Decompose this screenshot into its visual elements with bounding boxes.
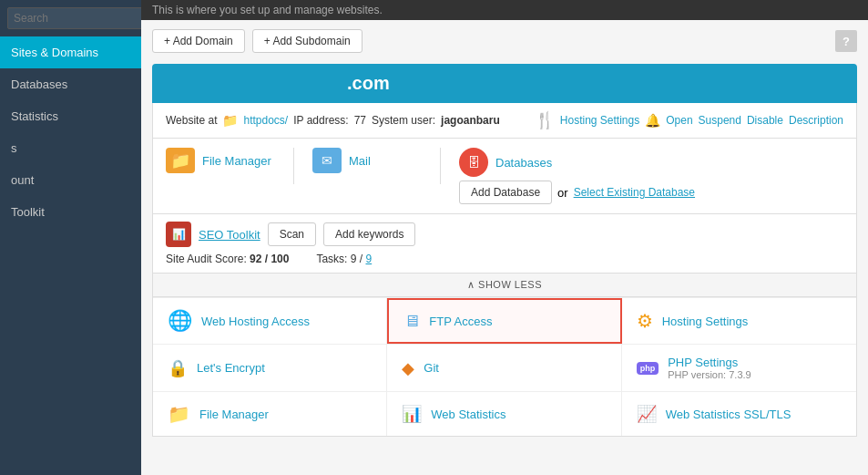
folder-icon: 📁 [166, 148, 195, 173]
mail-link[interactable]: Mail [349, 154, 371, 168]
file-manager-tool[interactable]: 📁 File Manager [166, 148, 275, 173]
main-content: This is where you set up and manage webs… [141, 0, 868, 475]
letsencrypt-link[interactable]: Let's Encrypt [197, 361, 265, 375]
php-version: PHP version: 7.3.9 [668, 369, 751, 380]
httpdocs-link[interactable]: httpdocs/ [243, 114, 288, 127]
action-bar: + Add Domain + Add Subdomain ? [152, 29, 857, 53]
seo-icon: 📊 [166, 222, 191, 247]
statsssl-icon: 📈 [637, 404, 657, 424]
hosting-settings-grid-link[interactable]: Hosting Settings [662, 315, 749, 328]
sidebar-item-databases[interactable]: Databases [0, 68, 141, 100]
git-cell[interactable]: ◆ Git [387, 345, 621, 391]
sidebar-item-sites-domains[interactable]: Sites & Domains [0, 36, 141, 68]
php-settings-cell[interactable]: php PHP Settings PHP version: 7.3.9 [622, 345, 856, 391]
ftp-access-cell[interactable]: 🖥 FTP Access [387, 298, 621, 344]
add-keywords-button[interactable]: Add keywords [323, 222, 415, 246]
ftp-icon: 🖥 [403, 312, 420, 331]
audit-label: Site Audit Score: 92 / 100 [166, 253, 289, 265]
git-icon: ◆ [402, 358, 414, 378]
top-bar: This is where you set up and manage webs… [141, 0, 868, 20]
seo-toolkit-link[interactable]: SEO Toolkit [199, 228, 260, 242]
tasks-label: Tasks: 9 / 9 [316, 253, 372, 265]
git-link[interactable]: Git [424, 361, 439, 375]
add-database-button[interactable]: Add Database [459, 181, 552, 204]
filemanager-icon: 📁 [168, 403, 190, 425]
grid-section: 🌐 Web Hosting Access 🖥 FTP Access ⚙ Host… [152, 297, 857, 437]
disable-link[interactable]: Disable [747, 114, 783, 127]
hosting-settings-cell[interactable]: ⚙ Hosting Settings [622, 298, 856, 344]
db-actions: Add Database or Select Existing Database [459, 181, 695, 204]
seo-score-row: Site Audit Score: 92 / 100 Tasks: 9 / 9 [166, 253, 843, 265]
add-subdomain-button[interactable]: + Add Subdomain [252, 29, 363, 53]
databases-section: 🗄 Databases Add Database or Select Exist… [459, 148, 695, 204]
tasks-link[interactable]: 9 [365, 253, 372, 265]
web-hosting-access-cell[interactable]: 🌐 Web Hosting Access [153, 298, 387, 344]
search-input[interactable] [7, 7, 157, 29]
file-manager-grid-link[interactable]: File Manager [199, 408, 269, 421]
tools-bar: 📁 File Manager ✉ Mail 🗄 Databases Add Da… [152, 139, 857, 214]
web-hosting-access-link[interactable]: Web Hosting Access [201, 315, 310, 328]
tool-divider-2 [440, 148, 441, 184]
stats-icon: 📊 [402, 404, 422, 424]
select-existing-db-link[interactable]: Select Existing Database [574, 186, 695, 199]
mail-tool[interactable]: ✉ Mail [312, 148, 422, 173]
seo-bar: 📊 SEO Toolkit Scan Add keywords Site Aud… [152, 214, 857, 274]
php-icon: php [637, 362, 659, 375]
file-manager-link[interactable]: File Manager [202, 154, 271, 168]
content-area: + Add Domain + Add Subdomain ? .com Webs… [141, 20, 868, 475]
domain-header: .com [152, 64, 857, 103]
sidebar-search-container: 🔍 [0, 0, 141, 36]
php-settings-link[interactable]: PHP Settings [668, 356, 738, 369]
databases-tool[interactable]: 🗄 Databases [459, 148, 568, 177]
sidebar-item-statistics[interactable]: Statistics [0, 100, 141, 132]
grid-row-3: 📁 File Manager 📊 Web Statistics 📈 Web St… [153, 391, 856, 436]
grid-row-1: 🌐 Web Hosting Access 🖥 FTP Access ⚙ Host… [153, 297, 856, 344]
description-link[interactable]: Description [789, 114, 843, 127]
open-link[interactable]: Open [666, 114, 692, 127]
mail-icon: ✉ [312, 148, 342, 173]
suspend-link[interactable]: Suspend [699, 114, 741, 127]
sidebar-item-s[interactable]: s [0, 132, 141, 164]
domain-info-bar: Website at 📁 httpdocs/ IP address: 77 Sy… [152, 103, 857, 139]
sidebar-item-toolkit[interactable]: Toolkit [0, 196, 141, 228]
help-button[interactable]: ? [835, 30, 857, 52]
sidebar-item-ount[interactable]: ount [0, 164, 141, 196]
hosting-settings-link[interactable]: Hosting Settings [560, 114, 639, 127]
file-manager-cell[interactable]: 📁 File Manager [153, 392, 387, 436]
grid-row-2: 🔒 Let's Encrypt ◆ Git php PHP Settings P… [153, 344, 856, 391]
letsencrypt-icon: 🔒 [168, 358, 188, 378]
hosting-settings-icon: ⚙ [637, 310, 653, 332]
scan-button[interactable]: Scan [268, 222, 316, 246]
ftp-access-link[interactable]: FTP Access [429, 315, 492, 328]
seo-row: 📊 SEO Toolkit Scan Add keywords [166, 222, 843, 247]
databases-link[interactable]: Databases [495, 156, 552, 170]
add-domain-button[interactable]: + Add Domain [152, 29, 245, 53]
web-statistics-cell[interactable]: 📊 Web Statistics [387, 392, 621, 436]
sidebar: 🔍 Sites & Domains Databases Statistics s… [0, 0, 141, 475]
web-statistics-link[interactable]: Web Statistics [431, 408, 505, 421]
database-icon: 🗄 [459, 148, 488, 177]
web-hosting-icon: 🌐 [168, 309, 192, 333]
show-less-button[interactable]: ∧ SHOW LESS [152, 274, 857, 297]
tool-divider-1 [293, 148, 294, 184]
php-info: PHP Settings PHP version: 7.3.9 [668, 356, 751, 380]
letsencrypt-cell[interactable]: 🔒 Let's Encrypt [153, 345, 387, 391]
web-statistics-ssl-link[interactable]: Web Statistics SSL/TLS [666, 408, 791, 421]
web-statistics-ssl-cell[interactable]: 📈 Web Statistics SSL/TLS [622, 392, 856, 436]
